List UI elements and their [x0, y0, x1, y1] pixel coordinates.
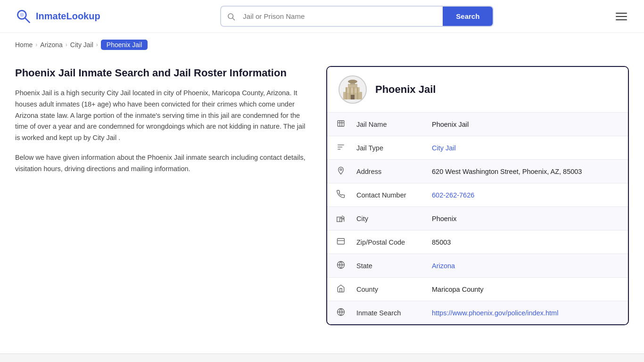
field-label: City: [347, 207, 422, 230]
logo-text: InmateLookup: [36, 11, 100, 22]
table-row: Address620 West Washington Street, Phoen…: [327, 160, 628, 183]
main-content: Phoenix Jail Inmate Search and Jail Rost…: [0, 57, 644, 344]
info-card: Phoenix Jail Jail NamePhoenix JailJail T…: [326, 66, 629, 325]
field-value: Phoenix: [422, 207, 628, 230]
svg-point-22: [340, 169, 342, 171]
hamburger-menu[interactable]: [614, 11, 629, 22]
svg-rect-9: [346, 87, 347, 99]
field-value: 85003: [422, 230, 628, 254]
field-value: Phoenix Jail: [422, 113, 628, 136]
zip-icon: [327, 230, 347, 254]
field-label: Jail Type: [347, 136, 422, 160]
state-icon: [327, 254, 347, 278]
field-label: Zip/Postal Code: [347, 230, 422, 254]
field-value[interactable]: City Jail: [422, 136, 628, 160]
breadcrumb: Home › Arizona › City Jail › Phoenix Jai…: [0, 33, 644, 57]
county-icon: [327, 278, 347, 301]
svg-line-4: [233, 18, 235, 20]
svg-rect-25: [338, 239, 345, 244]
field-value: Maricopa County: [422, 278, 628, 301]
field-label: Inmate Search: [347, 301, 422, 325]
phone-icon: [327, 183, 347, 207]
breadcrumb-type[interactable]: City Jail: [70, 41, 93, 49]
city-icon: [327, 207, 347, 230]
table-row: Contact Number602-262-7626: [327, 183, 628, 207]
logo[interactable]: InmateLookup: [15, 8, 100, 25]
field-value: 620 West Washington Street, Phoenix, AZ,…: [422, 160, 628, 183]
table-row: Jail NamePhoenix Jail: [327, 113, 628, 136]
card-header: Phoenix Jail: [327, 67, 628, 113]
jail-avatar: [339, 75, 367, 104]
header: InmateLookup Search: [0, 0, 644, 33]
field-label: Contact Number: [347, 183, 422, 207]
svg-rect-23: [337, 217, 342, 222]
chevron-icon: ›: [66, 41, 67, 48]
field-value[interactable]: Arizona: [422, 254, 628, 278]
type-icon: [327, 136, 347, 160]
building-icon: [341, 78, 364, 101]
description-paragraph-1: Phoenix Jail is a high security City Jai…: [15, 88, 307, 144]
address-icon: [327, 160, 347, 183]
search-bar: Search: [220, 6, 494, 27]
svg-rect-14: [351, 95, 355, 99]
info-table: Jail NamePhoenix JailJail TypeCity JailA…: [327, 113, 628, 324]
svg-point-2: [20, 12, 24, 16]
globe-icon: [327, 301, 347, 325]
breadcrumb-home[interactable]: Home: [15, 41, 33, 49]
description-paragraph-2: Below we have given information about th…: [15, 152, 307, 175]
table-row: Zip/Postal Code85003: [327, 230, 628, 254]
chevron-icon: ›: [96, 41, 98, 48]
field-label: Address: [347, 160, 422, 183]
search-button[interactable]: Search: [443, 7, 493, 26]
svg-line-1: [25, 17, 30, 22]
left-column: Phoenix Jail Inmate Search and Jail Rost…: [15, 66, 307, 183]
breadcrumb-state[interactable]: Arizona: [40, 41, 62, 49]
field-value[interactable]: 602-262-7626: [422, 183, 628, 207]
field-value[interactable]: https://www.phoenix.gov/police/index.htm…: [422, 301, 628, 325]
logo-icon: [15, 8, 32, 25]
table-row: Inmate Searchhttps://www.phoenix.gov/pol…: [327, 301, 628, 325]
svg-rect-24: [343, 218, 344, 219]
breadcrumb-current: Phoenix Jail: [101, 40, 148, 50]
card-jail-name: Phoenix Jail: [375, 83, 436, 96]
right-column: Phoenix Jail Jail NamePhoenix JailJail T…: [326, 66, 629, 325]
table-row: StateArizona: [327, 254, 628, 278]
chevron-icon: ›: [35, 41, 37, 48]
svg-point-13: [348, 80, 357, 83]
svg-rect-15: [338, 121, 344, 126]
svg-rect-12: [357, 87, 358, 99]
search-input[interactable]: [241, 8, 443, 25]
table-row: CityPhoenix: [327, 207, 628, 230]
footer-bar: [0, 354, 644, 362]
field-label: County: [347, 278, 422, 301]
table-row: CountyMaricopa County: [327, 278, 628, 301]
svg-point-3: [228, 14, 233, 19]
field-label: Jail Name: [347, 113, 422, 136]
search-icon: [221, 12, 241, 21]
jail-icon: [327, 113, 347, 136]
field-label: State: [347, 254, 422, 278]
svg-rect-10: [349, 87, 351, 99]
table-row: Jail TypeCity Jail: [327, 136, 628, 160]
page-title: Phoenix Jail Inmate Search and Jail Rost…: [15, 66, 307, 80]
